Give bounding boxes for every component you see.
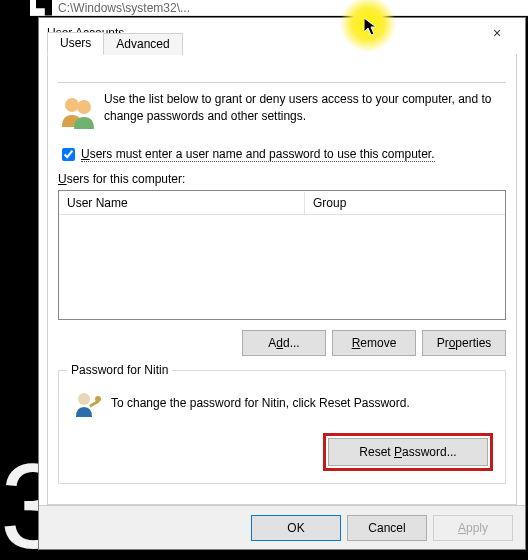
add-button[interactable]: Add... — [242, 330, 326, 356]
listbox-header[interactable]: User Name Group — [59, 191, 505, 215]
require-login-checkbox[interactable] — [62, 148, 75, 161]
intro-text: Use the list below to grant or deny user… — [104, 91, 506, 133]
password-instruction: To change the password for Nitin, click … — [111, 396, 410, 410]
column-group[interactable]: Group — [305, 192, 505, 214]
users-list-label: Users for this computer: — [58, 172, 506, 186]
cancel-button[interactable]: Cancel — [347, 515, 427, 541]
tab-advanced[interactable]: Advanced — [103, 33, 182, 55]
ok-button[interactable]: OK — [251, 515, 341, 541]
svg-point-4 — [95, 396, 101, 402]
close-icon: × — [493, 25, 501, 41]
users-listbox[interactable]: User Name Group — [58, 190, 506, 320]
parent-window-titlebar: C:\Windows\system32\... — [30, 0, 528, 16]
tab-users[interactable]: Users — [47, 32, 104, 55]
dialog-footer: OK Cancel Apply — [39, 505, 525, 549]
close-button[interactable]: × — [477, 19, 517, 47]
svg-point-0 — [65, 98, 79, 112]
svg-point-1 — [77, 100, 91, 114]
remove-button[interactable]: Remove — [332, 330, 416, 356]
password-groupbox: Password for Nitin To change the passwor… — [58, 370, 506, 484]
svg-point-2 — [78, 393, 90, 405]
properties-button[interactable]: Properties — [422, 330, 506, 356]
reset-password-button[interactable]: Reset Password... — [328, 438, 488, 466]
cmd-icon — [36, 0, 52, 16]
key-user-icon — [71, 387, 101, 419]
password-groupbox-legend: Password for Nitin — [67, 363, 172, 377]
listbox-body[interactable] — [59, 215, 505, 219]
user-accounts-dialog: User Accounts × Users Advanced Use th — [38, 17, 526, 550]
column-user-name[interactable]: User Name — [59, 192, 305, 214]
tabstrip: Users Advanced — [47, 32, 182, 54]
users-icon — [58, 91, 98, 133]
reset-password-highlight: Reset Password... — [323, 433, 493, 471]
apply-button: Apply — [433, 515, 513, 541]
require-login-label[interactable]: Users must enter a user name and passwor… — [81, 147, 435, 162]
parent-window-title: C:\Windows\system32\... — [58, 1, 190, 15]
